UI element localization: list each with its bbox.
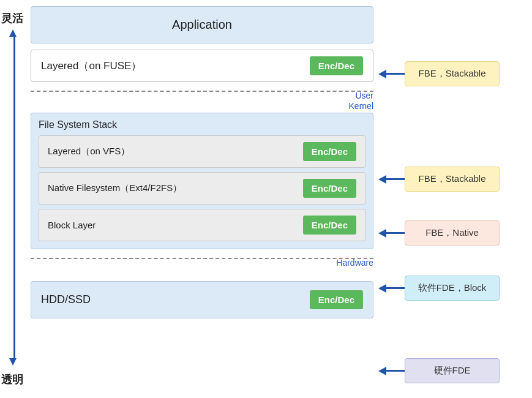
arrow-shaft-sw-fde <box>386 287 405 289</box>
hdd-label: HDD/SSD <box>41 293 91 306</box>
arrow-shaft-fbe-2 <box>386 178 405 180</box>
arrow-head-fbe-1 <box>378 70 386 78</box>
user-kernel-label: User Kernel <box>349 91 373 111</box>
axis-arrow-down <box>9 358 17 366</box>
arrow-shaft-fbe-native <box>386 232 405 234</box>
native-fs-row: Native Filesystem（Ext4/F2FS） Enc/Dec <box>39 172 365 205</box>
arrow-shaft-fbe-1 <box>386 73 405 75</box>
block-layer-label: Block Layer <box>48 220 96 230</box>
arrow-fbe-1 <box>378 70 405 78</box>
sw-fde-block-group: 软件FDE，Block <box>378 276 500 301</box>
arrow-hw-fde <box>378 367 405 375</box>
fuse-label: Layered（on FUSE） <box>41 59 141 73</box>
fbe-stackable-2-group: FBE，Stackable <box>378 167 500 192</box>
native-fs-label: Native Filesystem（Ext4/F2FS） <box>48 182 182 194</box>
block-enc-dec-button[interactable]: Enc/Dec <box>303 216 356 235</box>
arrow-fbe-2 <box>378 175 405 184</box>
arrow-shaft-hw-fde <box>386 370 405 372</box>
main-area: Application Layered（on FUSE） Enc/Dec Use… <box>31 6 373 318</box>
application-label: Application <box>172 18 232 31</box>
arrow-head-sw-fde <box>378 284 386 293</box>
sw-fde-block-label: 软件FDE，Block <box>405 276 500 301</box>
arrow-fbe-native <box>378 229 405 238</box>
application-box: Application <box>31 6 373 43</box>
hardware-dashed-line <box>31 258 373 259</box>
arrow-head-fbe-2 <box>378 175 386 184</box>
fbe-native-group: FBE，Native <box>378 220 500 246</box>
fs-stack-box: File System Stack Layered（on VFS） Enc/De… <box>31 113 373 249</box>
vfs-label: Layered（on VFS） <box>48 146 130 157</box>
user-kernel-separator: User Kernel <box>31 91 373 110</box>
fbe-native-label: FBE，Native <box>405 220 500 246</box>
vfs-enc-dec-button[interactable]: Enc/Dec <box>303 142 356 161</box>
axis-label-transparent: 透明 <box>1 372 23 387</box>
hardware-label: Hardware <box>336 258 373 268</box>
hdd-box: HDD/SSD Enc/Dec <box>31 281 373 318</box>
fbe-stackable-2-label: FBE，Stackable <box>405 167 500 192</box>
diagram-container: 灵活 透明 Application Layered（on FUSE） Enc/D… <box>0 0 532 398</box>
axis-arrow-line <box>13 34 15 358</box>
hw-fde-group: 硬件FDE <box>378 358 500 383</box>
dashed-separator-line <box>31 91 373 92</box>
arrow-head-hw-fde <box>378 367 386 375</box>
fs-stack-title: File System Stack <box>39 119 365 130</box>
block-layer-row: Block Layer Enc/Dec <box>39 209 365 241</box>
hw-fde-label: 硬件FDE <box>405 358 500 383</box>
vfs-row: Layered（on VFS） Enc/Dec <box>39 135 365 168</box>
arrow-sw-fde <box>378 284 405 293</box>
hdd-enc-dec-button[interactable]: Enc/Dec <box>310 290 363 309</box>
fuse-enc-dec-button[interactable]: Enc/Dec <box>310 56 363 75</box>
arrow-head-fbe-native <box>378 229 386 238</box>
axis-arrow-up <box>9 29 17 37</box>
axis-label-flexible: 灵活 <box>1 11 23 26</box>
native-enc-dec-button[interactable]: Enc/Dec <box>303 179 356 198</box>
fuse-row: Layered（on FUSE） Enc/Dec <box>31 50 373 82</box>
fbe-stackable-1-label: FBE，Stackable <box>405 61 500 86</box>
hardware-separator: Hardware <box>31 258 373 277</box>
fbe-stackable-1-group: FBE，Stackable <box>378 61 500 86</box>
